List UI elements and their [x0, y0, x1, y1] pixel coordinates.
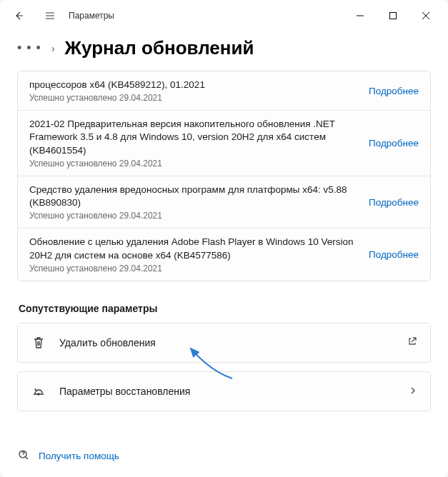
page-title: Журнал обновлений — [65, 37, 254, 59]
update-status: Успешно установлено 29.04.2021 — [29, 159, 360, 169]
maximize-button[interactable] — [377, 4, 409, 27]
details-link[interactable]: Подробнее — [369, 86, 419, 96]
details-link[interactable]: Подробнее — [369, 197, 419, 208]
hamburger-icon — [44, 10, 56, 21]
get-help-label: Получить помощь — [39, 451, 119, 461]
svg-point-1 — [38, 393, 39, 395]
uninstall-updates-label: Удалить обновления — [59, 337, 394, 348]
update-title: Обновление с целью удаления Adobe Flash … — [29, 236, 360, 261]
minimize-icon — [357, 12, 364, 19]
update-title: 2021-02 Предварительная версия накопител… — [29, 118, 360, 157]
recovery-options-label: Параметры восстановления — [59, 386, 396, 397]
update-item: Средство удаления вредоносных программ д… — [18, 176, 430, 229]
maximize-icon — [389, 12, 397, 19]
uninstall-updates-card[interactable]: Удалить обновления — [17, 323, 431, 363]
back-arrow-icon — [13, 10, 24, 21]
update-item: Обновление с целью удаления Adobe Flash … — [18, 229, 430, 280]
update-title: процессоров x64 (KB4589212), 01.2021 — [29, 79, 360, 91]
breadcrumb-ellipsis[interactable]: • • • — [17, 41, 41, 56]
footer: Получить помощь — [0, 440, 448, 477]
update-item: 2021-02 Предварительная версия накопител… — [18, 111, 430, 176]
chevron-right-icon — [409, 386, 417, 397]
menu-button[interactable] — [37, 3, 63, 29]
window-title: Параметры — [69, 11, 114, 21]
related-settings-header: Сопутствующие параметры — [19, 303, 431, 314]
details-link[interactable]: Подробнее — [369, 249, 419, 260]
update-status: Успешно установлено 29.04.2021 — [29, 263, 360, 273]
content-area: процессоров x64 (KB4589212), 01.2021 Усп… — [0, 71, 448, 440]
trash-icon — [31, 335, 46, 351]
close-button[interactable] — [409, 4, 442, 27]
external-link-icon — [407, 336, 417, 348]
recovery-options-card[interactable]: Параметры восстановления — [17, 371, 431, 411]
titlebar: Параметры — [0, 0, 448, 31]
get-help-link[interactable]: Получить помощь — [17, 448, 119, 463]
update-status: Успешно установлено 29.04.2021 — [29, 93, 360, 103]
update-title: Средство удаления вредоносных программ д… — [29, 184, 360, 209]
chevron-right-icon: › — [51, 43, 55, 54]
close-icon — [422, 12, 429, 19]
updates-list: процессоров x64 (KB4589212), 01.2021 Усп… — [17, 71, 431, 281]
help-icon — [17, 448, 30, 463]
breadcrumb: • • • › Журнал обновлений — [0, 31, 448, 71]
svg-rect-0 — [390, 13, 397, 19]
minimize-button[interactable] — [344, 4, 377, 27]
update-status: Успешно установлено 29.04.2021 — [29, 211, 360, 221]
details-link[interactable]: Подробнее — [369, 138, 419, 149]
update-item: процессоров x64 (KB4589212), 01.2021 Усп… — [18, 71, 430, 111]
recovery-icon — [31, 383, 46, 399]
back-button[interactable] — [6, 3, 31, 29]
